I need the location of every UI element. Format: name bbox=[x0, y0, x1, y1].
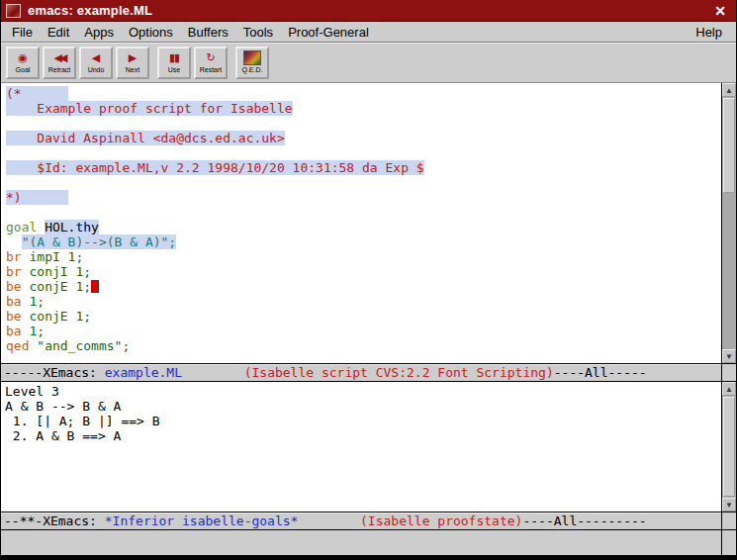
text-segment: conjE 1; bbox=[29, 279, 91, 294]
goals-scrollbar-thumb[interactable] bbox=[723, 397, 735, 497]
toolbar-button-q-e-d[interactable]: Q.E.D. bbox=[235, 47, 269, 79]
text-line: ba 1; bbox=[6, 294, 721, 309]
text-segment: $Id: example.ML,v 2.2 1998/10/20 10:31:5… bbox=[6, 160, 424, 175]
text-segment: be bbox=[6, 279, 22, 294]
goals-modeline[interactable]: --**-XEmacs: *Inferior isabelle-goals* (… bbox=[1, 512, 721, 530]
script-modeline[interactable]: -----XEmacs: example.ML (Isabelle script… bbox=[1, 363, 721, 382]
menu-item-file[interactable]: File bbox=[5, 23, 41, 42]
scrollbar-spacer bbox=[722, 530, 736, 555]
text-segment: 1; bbox=[29, 324, 45, 338]
toolbar-button-label: Q.E.D. bbox=[241, 65, 262, 74]
menu-bar: FileEditAppsOptionsBuffersToolsProof-Gen… bbox=[1, 22, 736, 43]
script-buffer[interactable]: (* Example proof script for Isabelle Dav… bbox=[1, 83, 721, 363]
toolbar-button-label: Next bbox=[126, 65, 139, 74]
toolbar: ◉Goal◀◀Retract◀Undo▶Next▮▮Use↻RestartQ.E… bbox=[1, 43, 736, 83]
emacs-window: emacs: example.ML ✕ FileEditAppsOptionsB… bbox=[0, 0, 737, 555]
text-segment: qed bbox=[6, 338, 29, 353]
menu-item-buffers[interactable]: Buffers bbox=[181, 23, 236, 42]
text-line bbox=[6, 205, 721, 220]
title-bar[interactable]: emacs: example.ML ✕ bbox=[1, 0, 736, 22]
menu-item-help[interactable]: Help bbox=[686, 23, 732, 42]
menu-item-options[interactable]: Options bbox=[122, 23, 181, 42]
scroll-up-icon[interactable]: ▲ bbox=[722, 382, 736, 396]
menu-item-apps[interactable]: Apps bbox=[77, 23, 122, 42]
text-segment: (Isabelle proofstate) bbox=[360, 513, 522, 528]
editor-scrollbar[interactable]: ▲ ▼ bbox=[722, 83, 736, 363]
text-line: ba 1; bbox=[6, 324, 721, 338]
toolbar-button-retract[interactable]: ◀◀Retract bbox=[43, 47, 76, 79]
toolbar-button-next[interactable]: ▶Next bbox=[116, 47, 149, 79]
text-segment: ba bbox=[6, 324, 22, 338]
toolbar-button-goal[interactable]: ◉Goal bbox=[6, 47, 40, 79]
text-segment: --**-XEmacs: bbox=[4, 513, 105, 528]
window-menu-icon[interactable] bbox=[6, 4, 21, 18]
use-icon: ▮▮ bbox=[169, 50, 179, 65]
text-segment: "(A & B)-->(B & A)"; bbox=[22, 234, 177, 249]
restart-icon: ↻ bbox=[206, 50, 215, 65]
toolbar-button-undo[interactable]: ◀Undo bbox=[79, 47, 113, 79]
toolbar-button-label: Retract bbox=[48, 65, 71, 74]
toolbar-buttons: ◉Goal◀◀Retract◀Undo▶Next▮▮Use↻RestartQ.E… bbox=[6, 47, 269, 79]
scrollbar-gap bbox=[722, 512, 736, 530]
goals-buffer[interactable]: Level 3A & B --> B & A 1. [| A; B |] ==>… bbox=[1, 382, 721, 512]
text-segment: br bbox=[6, 264, 22, 279]
retract-icon: ◀◀ bbox=[54, 50, 65, 65]
next-icon: ▶ bbox=[129, 50, 137, 65]
text-segment: 1. [| A; B |] ==> B bbox=[5, 414, 160, 428]
text-segment bbox=[37, 220, 45, 234]
text-line bbox=[6, 116, 721, 131]
qed-icon bbox=[243, 50, 261, 65]
main-area: (* Example proof script for Isabelle Dav… bbox=[1, 83, 736, 555]
text-segment: *Inferior isabelle-goals* bbox=[105, 513, 299, 528]
text-segment: "and_comms"; bbox=[37, 338, 130, 353]
undo-icon: ◀ bbox=[92, 50, 100, 65]
scroll-down-icon[interactable]: ▼ bbox=[722, 349, 736, 363]
text-segment bbox=[6, 234, 22, 249]
menu-item-edit[interactable]: Edit bbox=[41, 23, 77, 42]
goals-scrollbar[interactable]: ▲ ▼ bbox=[722, 382, 736, 512]
toolbar-button-restart[interactable]: ↻Restart bbox=[194, 47, 228, 79]
toolbar-button-label: Undo bbox=[88, 65, 105, 74]
text-segment: Level 3 bbox=[5, 384, 59, 399]
text-segment: 2. A & B ==> A bbox=[5, 428, 121, 443]
scroll-down-icon[interactable]: ▼ bbox=[722, 498, 736, 512]
close-icon[interactable]: ✕ bbox=[711, 2, 729, 20]
text-segment: ba bbox=[6, 294, 22, 309]
text-segment: (Isabelle script CVS:2.2 Font Scripting) bbox=[244, 365, 554, 380]
text-line: br conjI 1; bbox=[6, 264, 721, 279]
text-line: qed "and_comms"; bbox=[6, 338, 721, 353]
goal-icon: ◉ bbox=[18, 50, 28, 65]
menu-item-proof-general[interactable]: Proof-General bbox=[281, 23, 377, 42]
toolbar-button-use[interactable]: ▮▮Use bbox=[157, 47, 191, 79]
text-line: be conjE 1; bbox=[6, 279, 721, 294]
text-segment: (* bbox=[6, 86, 68, 101]
scrollbar-gap bbox=[722, 363, 736, 382]
text-cursor bbox=[91, 280, 99, 293]
toolbar-button-label: Use bbox=[168, 65, 180, 74]
text-line: David Aspinall <da@dcs.ed.ac.uk> bbox=[6, 131, 721, 145]
text-line: Example proof script for Isabelle bbox=[6, 101, 721, 116]
text-segment: goal bbox=[6, 220, 37, 234]
text-segment: HOL.thy bbox=[45, 220, 99, 234]
text-line: be conjE 1; bbox=[6, 309, 721, 324]
text-line: goal HOL.thy bbox=[6, 220, 721, 234]
menu-item-tools[interactable]: Tools bbox=[236, 23, 281, 42]
text-segment: David Aspinall <da@dcs.ed.ac.uk> bbox=[6, 131, 285, 145]
text-line bbox=[6, 175, 721, 190]
editor-scrollbar-trough[interactable] bbox=[722, 97, 736, 349]
editor-scrollbar-thumb[interactable] bbox=[723, 98, 735, 193]
text-line: $Id: example.ML,v 2.2 1998/10/20 10:31:5… bbox=[6, 160, 721, 175]
minibuffer[interactable] bbox=[1, 530, 721, 555]
text-line: (* bbox=[6, 86, 721, 101]
scroll-up-icon[interactable]: ▲ bbox=[722, 83, 736, 97]
text-line: 1. [| A; B |] ==> B bbox=[5, 414, 721, 428]
text-segment bbox=[298, 513, 360, 528]
text-segment: A & B --> B & A bbox=[5, 399, 121, 414]
text-line bbox=[6, 145, 721, 160]
text-line: br impI 1; bbox=[6, 249, 721, 264]
text-line: A & B --> B & A bbox=[5, 399, 721, 414]
text-line: 2. A & B ==> A bbox=[5, 428, 721, 443]
goals-scrollbar-trough[interactable] bbox=[722, 396, 736, 498]
text-segment: conjE 1; bbox=[29, 309, 91, 324]
text-segment: Example proof script for Isabelle bbox=[6, 101, 293, 116]
